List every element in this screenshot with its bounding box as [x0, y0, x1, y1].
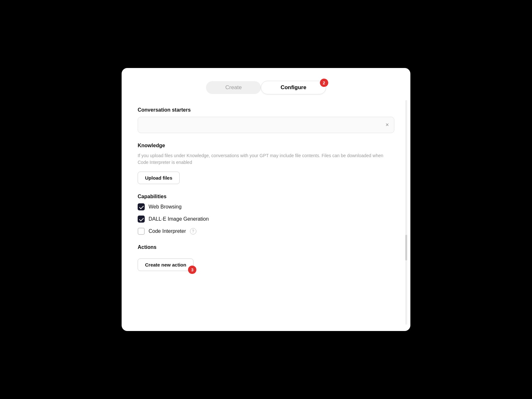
checkbox-web-browsing[interactable]	[138, 203, 145, 210]
starter-clear-button[interactable]: ×	[380, 122, 394, 128]
conversation-starters-section: Conversation starters ×	[138, 107, 394, 133]
capabilities-section: Capabilities Web Browsing DALL·E Image G…	[138, 194, 394, 235]
actions-label: Actions	[138, 244, 394, 250]
capabilities-label: Capabilities	[138, 194, 394, 200]
capability-row-web-browsing: Web Browsing	[138, 203, 394, 210]
knowledge-section: Knowledge If you upload files under Know…	[138, 143, 394, 184]
capability-row-code-interpreter: Code Interpreter ?	[138, 228, 394, 235]
capability-label-code-interpreter: Code Interpreter	[149, 228, 186, 234]
knowledge-description: If you upload files under Knowledge, con…	[138, 152, 394, 166]
capability-label-web-browsing: Web Browsing	[149, 204, 182, 210]
tab-create[interactable]: Create	[206, 81, 261, 94]
configure-modal: Create Configure 2 Conversation starters…	[122, 68, 410, 331]
create-action-badge: 3	[188, 266, 196, 274]
configure-badge: 2	[320, 79, 328, 87]
checkbox-dalle[interactable]	[138, 216, 145, 223]
capability-label-dalle: DALL·E Image Generation	[149, 216, 209, 222]
tab-row: Create Configure 2	[138, 81, 394, 94]
checkbox-code-interpreter[interactable]	[138, 228, 145, 235]
scrollbar[interactable]	[405, 100, 407, 325]
starter-input-row: ×	[138, 117, 394, 133]
create-new-action-button[interactable]: Create new action 3	[138, 259, 193, 271]
starters-label: Conversation starters	[138, 107, 394, 113]
actions-section: Actions Create new action 3	[138, 244, 394, 271]
upload-files-button[interactable]: Upload files	[138, 172, 180, 184]
scrollbar-thumb	[405, 235, 407, 260]
content-area: Conversation starters × Knowledge If you…	[138, 107, 394, 271]
starter-input[interactable]	[138, 117, 380, 133]
code-interpreter-help-icon[interactable]: ?	[190, 228, 196, 234]
capability-row-dalle: DALL·E Image Generation	[138, 216, 394, 223]
tab-configure[interactable]: Configure 2	[261, 81, 326, 94]
knowledge-label: Knowledge	[138, 143, 394, 149]
